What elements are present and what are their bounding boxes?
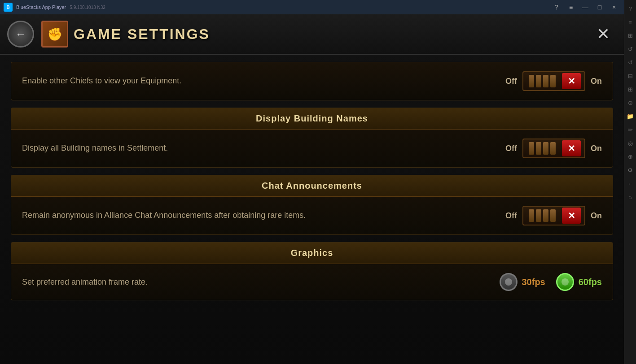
title-bar-controls: ? ≡ — □ × [550,3,620,12]
toggle-line-2-4 [550,142,556,155]
settings-panel: Enable other Chiefs to view your Equipme… [0,55,624,364]
display-building-names-title: Display Building Names [256,113,368,123]
view-equipment-toggle-area: Off ✕ [505,71,602,91]
chat-announcements-row: Remain anonymous in Alliance Chat Announ… [11,197,613,234]
app-title: BlueStacks App Player [16,4,66,10]
toggle-line-2-3 [543,142,548,155]
toggle-lines [529,75,556,87]
fps-30-option[interactable]: 30fps [500,273,545,291]
toggle-x-icon-3: ✕ [568,211,575,220]
section-graphics: Graphics Set preferred animation frame r… [11,242,613,300]
fps-60-radio-inner [561,278,569,286]
fps-30-label: 30fps [522,277,545,287]
display-building-names-description: Display all Building names in Settlement… [22,143,505,154]
toggle-line-2-2 [536,142,541,155]
section-chat-announcements: Chat Announcements Remain anonymous in A… [11,175,613,235]
chat-announcements-off-label: Off [505,211,517,221]
app-version: 5.9.100.1013 N32 [70,5,105,10]
display-building-names-toggle-area: Off ✕ [505,139,602,158]
chat-announcements-on-label: On [591,211,602,221]
display-building-toggle[interactable]: ✕ [522,139,585,158]
fps-60-label: 60fps [579,277,602,287]
view-equipment-off-label: Off [505,77,517,86]
toggle-lines-3 [529,209,556,222]
bs-folder-icon[interactable]: 📁 [625,111,635,121]
display-building-on-label: On [591,144,602,153]
nav-bar: ← ✊ GAME SETTINGS ✕ [0,14,624,55]
back-button[interactable]: ← [7,21,34,48]
toggle-line-3-4 [550,209,556,222]
main-content: Enable other Chiefs to view your Equipme… [0,55,624,364]
toggle-track-3: ✕ [525,208,583,223]
toggle-lines-2 [529,142,556,155]
bs-right-panel: ? ≡ ⊞ ↺ ↺ ⊟ ⊞ ⊙ 📁 ✏ ◎ ⊕ ⚙ ← ⌂ [624,0,636,364]
bs-record-icon[interactable]: ◎ [625,138,635,148]
bs-grid-icon[interactable]: ⊞ [625,30,635,40]
toggle-line-3 [543,75,548,87]
chat-announcements-toggle[interactable]: ✕ [522,206,585,225]
graphics-header: Graphics [11,243,613,264]
bs-apps-icon[interactable]: ⊞ [625,84,635,94]
toggle-line-4 [550,75,556,87]
view-equipment-toggle[interactable]: ✕ [522,71,585,91]
display-building-off-label: Off [505,144,517,153]
page-title: GAME SETTINGS [74,26,210,43]
fps-30-radio[interactable] [500,273,518,291]
graphics-title: Graphics [291,248,333,258]
display-building-names-header: Display Building Names [11,108,613,130]
bs-refresh-icon[interactable]: ↺ [625,44,635,54]
fps-60-option[interactable]: 60fps [556,273,602,291]
toggle-x-button-2[interactable]: ✕ [562,140,581,156]
bs-camera-icon[interactable]: ⊙ [625,98,635,108]
view-equipment-description: Enable other Chiefs to view your Equipme… [22,75,505,87]
settings-close-button[interactable]: ✕ [590,21,617,48]
bs-edit-icon[interactable]: ✏ [625,125,635,134]
maximize-btn[interactable]: □ [593,3,606,12]
bs-help-icon[interactable]: ? [625,4,635,13]
bluestacks-logo: B [4,3,13,12]
section-display-building-names: Display Building Names Display all Build… [11,108,613,168]
title-bar-left: B BlueStacks App Player 5.9.100.1013 N32 [4,3,105,12]
toggle-line-2-1 [529,142,534,155]
toggle-line-3-2 [536,209,541,222]
bs-menu-icon[interactable]: ≡ [625,17,635,27]
toggle-line-2 [536,75,541,87]
toggle-x-icon: ✕ [568,77,575,86]
toggle-line-3-1 [529,209,534,222]
toggle-track-2: ✕ [525,141,583,156]
bs-history-icon[interactable]: ↺ [625,57,635,67]
toggle-line-1 [529,75,534,87]
game-settings-icon: ✊ [41,21,68,48]
close-btn[interactable]: × [608,3,620,12]
bs-back-icon[interactable]: ← [625,178,635,188]
fps-30-radio-inner [505,278,512,286]
fps-row: Set preferred animation frame rate. 30fp… [11,264,613,300]
display-building-names-row: Display all Building names in Settlement… [11,130,613,167]
bs-settings-icon[interactable]: ⚙ [625,165,635,175]
minimize-btn[interactable]: — [579,3,592,12]
title-bar: B BlueStacks App Player 5.9.100.1013 N32… [0,0,624,14]
toggle-x-icon-2: ✕ [568,144,575,153]
back-arrow-icon: ← [15,28,26,40]
chat-announcements-header: Chat Announcements [11,175,613,197]
fist-icon: ✊ [47,27,63,42]
toggle-x-button-3[interactable]: ✕ [562,208,581,224]
view-equipment-row: Enable other Chiefs to view your Equipme… [11,62,613,100]
chat-announcements-toggle-area: Off ✕ [505,206,602,225]
close-x-icon: ✕ [597,25,610,43]
chat-announcements-title: Chat Announcements [262,181,362,191]
fps-60-radio[interactable] [556,273,574,291]
toggle-track: ✕ [525,74,583,88]
menu-btn[interactable]: ≡ [565,3,577,12]
bs-home-icon[interactable]: ⌂ [625,192,635,202]
fps-description: Set preferred animation frame rate. [22,277,489,287]
section-view-equipment: Enable other Chiefs to view your Equipme… [11,62,613,100]
chat-announcements-description: Remain anonymous in Alliance Chat Announ… [22,210,505,221]
help-btn[interactable]: ? [550,3,563,12]
bs-macro-icon[interactable]: ⊕ [625,152,635,161]
view-equipment-on-label: On [591,77,602,86]
bs-layers-icon[interactable]: ⊟ [625,71,635,81]
toggle-x-button[interactable]: ✕ [562,73,581,89]
toggle-line-3-3 [543,209,548,222]
